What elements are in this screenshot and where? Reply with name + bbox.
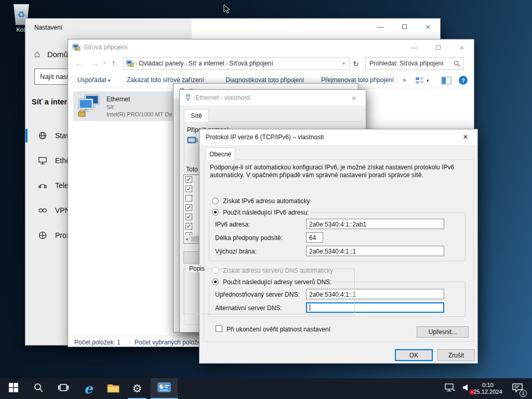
close-button[interactable]: × xyxy=(454,129,477,145)
settings-taskbar-button[interactable]: ⚙ xyxy=(127,378,148,399)
close-button[interactable]: × xyxy=(450,39,474,55)
ipv6-address-groupbox xyxy=(209,212,466,261)
vpn-icon xyxy=(37,205,48,216)
address-dropdown-icon[interactable]: ▾ xyxy=(342,61,345,66)
ipv6-dialog-title: Protokol IP verze 6 (TCP/IPv6) – vlastno… xyxy=(206,134,324,141)
disable-device-command[interactable]: Zakázat toto síťové zařízení xyxy=(127,76,204,84)
organize-menu[interactable]: Uspořádat ▾ xyxy=(77,76,110,84)
selected-count: Počet vybraných položek xyxy=(135,339,204,346)
desktop: { "desktop": { "recycle_bin_label": "Koš… xyxy=(0,0,532,399)
close-button[interactable]: × xyxy=(342,90,366,105)
forward-icon[interactable]: → xyxy=(91,59,99,68)
proxy-globe-icon xyxy=(37,230,48,241)
back-icon[interactable]: ← xyxy=(75,59,83,68)
action-center-button[interactable]: 1 xyxy=(507,378,528,399)
minimize-button[interactable]: — xyxy=(402,39,426,55)
breadcrumb-item[interactable]: Síť a internet xyxy=(189,60,224,67)
task-view-button[interactable] xyxy=(52,378,75,399)
validate-settings-label[interactable]: Při ukončení ověřit platnost nastavení xyxy=(227,326,330,333)
settings-home[interactable]: ⌂ Domů xyxy=(34,49,68,60)
radio-manual-ipv6-label[interactable]: Použít následující IPv6 adresu: xyxy=(221,209,311,216)
properties-dialog-titlebar: Ethernet - vlastnosti × xyxy=(180,90,366,105)
radio-auto-ipv6-label[interactable]: Získat IPv6 adresu automaticky xyxy=(223,197,310,205)
network-connections-icon xyxy=(72,43,81,54)
refresh-icon[interactable]: ↻ xyxy=(353,60,359,68)
file-explorer-button[interactable] xyxy=(102,378,125,399)
mouse-cursor xyxy=(223,4,232,17)
settings-home-label: Domů xyxy=(47,50,68,59)
network-connections-taskbar-button[interactable] xyxy=(151,378,178,399)
settings-title: Nastavení xyxy=(34,24,62,31)
internet-explorer-button[interactable]: e xyxy=(77,378,100,399)
taskbar: e ⚙ × 0:10 25.12.2024 1 xyxy=(0,378,532,399)
clock-time: 0:10 xyxy=(473,382,502,389)
validate-settings-checkbox[interactable] xyxy=(216,325,222,332)
control-panel-icon xyxy=(157,382,171,395)
ethernet-adapters-icon xyxy=(77,94,101,119)
minimize-button[interactable]: — xyxy=(368,19,392,34)
tab-general[interactable]: Obecné xyxy=(205,148,235,160)
breadcrumb[interactable]: › Ovládací panely › Síť a internet › Síť… xyxy=(123,57,350,70)
radio-manual-ipv6[interactable] xyxy=(212,209,219,216)
ethernet-icon xyxy=(37,155,48,166)
address-bar: ← → ▾ ↑ › Ovládací panely › Síť a intern… xyxy=(68,55,474,72)
settings-window-controls: — × xyxy=(368,19,440,34)
dialup-phone-icon xyxy=(37,180,48,191)
help-icon[interactable]: ? xyxy=(459,76,468,85)
description-group-label: Popis xyxy=(187,265,207,272)
toolbar-overflow-chevron[interactable]: » xyxy=(403,76,406,84)
task-view-icon xyxy=(58,383,69,394)
cancel-button[interactable]: Zrušit xyxy=(437,349,475,361)
gear-icon: ⚙ xyxy=(132,382,142,395)
rename-command[interactable]: Přejmenovat toto připojení xyxy=(321,76,394,84)
maximize-button[interactable] xyxy=(426,39,450,55)
status-icon xyxy=(37,130,48,141)
tray-clock[interactable]: 0:10 25.12.2024 xyxy=(472,378,504,399)
home-icon: ⌂ xyxy=(34,49,40,60)
history-dropdown-icon[interactable]: ▾ xyxy=(103,60,106,65)
explorer-search-placeholder: Prohledat: Síťová připojení xyxy=(369,60,444,67)
breadcrumb-item[interactable]: Síťová připojení xyxy=(229,60,273,67)
internet-explorer-icon: e xyxy=(84,382,93,395)
view-mode-icon[interactable]: ▾ xyxy=(415,76,429,85)
network-window-titlebar: Síťová připojení — × xyxy=(68,39,474,55)
windows-logo-icon xyxy=(9,383,18,394)
close-button[interactable]: × xyxy=(416,19,440,34)
search-icon[interactable] xyxy=(454,60,460,67)
folder-icon xyxy=(107,383,119,395)
statusbar-divider xyxy=(129,338,130,346)
search-icon xyxy=(33,382,44,395)
advanced-button[interactable]: Upřesnit... xyxy=(417,326,469,338)
start-button[interactable] xyxy=(2,378,25,399)
radio-auto-dns xyxy=(212,267,219,274)
diagnose-command[interactable]: Diagnostikovat toto připojení xyxy=(225,76,304,84)
tray-network-icon[interactable] xyxy=(442,378,458,399)
radio-manual-dns-label[interactable]: Použít následující adresy serverů DNS: xyxy=(221,278,334,286)
scroll-left-icon[interactable]: ◂ xyxy=(185,236,188,242)
network-adapter-icon xyxy=(187,136,198,147)
clock-date: 25.12.2024 xyxy=(473,389,502,395)
properties-dialog-title: Ethernet - vlastnosti xyxy=(195,94,250,101)
ipv6-properties-dialog: Protokol IP verze 6 (TCP/IPv6) – vlastno… xyxy=(199,129,478,364)
ipv6-description: Podporuje-li síť automatickou konfigurac… xyxy=(210,164,466,179)
explorer-search-input[interactable]: Prohledat: Síťová připojení xyxy=(365,57,464,70)
notification-badge: 1 xyxy=(520,390,527,397)
radio-manual-dns[interactable] xyxy=(212,278,219,285)
taskbar-search-button[interactable] xyxy=(27,378,50,399)
ok-button[interactable]: OK xyxy=(395,349,433,361)
connection-device: Intel(R) PRO/1000 MT De xyxy=(107,111,172,117)
network-window-title: Síťová připojení xyxy=(84,44,128,51)
dns-groupbox xyxy=(209,282,466,317)
items-count: Počet položek: 1 xyxy=(74,339,121,346)
tab-networking[interactable]: Sítě xyxy=(184,109,209,122)
radio-auto-ipv6[interactable] xyxy=(212,197,219,204)
breadcrumb-item[interactable]: Ovládací panely xyxy=(139,60,183,67)
preview-pane-icon[interactable] xyxy=(441,76,451,87)
up-icon[interactable]: ↑ xyxy=(112,58,116,67)
network-plug-icon xyxy=(184,94,192,103)
maximize-button[interactable] xyxy=(392,19,416,34)
connection-name: Ethernet xyxy=(107,96,172,103)
ipv6-dialog-titlebar: Protokol IP verze 6 (TCP/IPv6) – vlastno… xyxy=(200,129,477,145)
connection-status: Síť xyxy=(107,104,172,110)
location-icon xyxy=(126,59,134,68)
